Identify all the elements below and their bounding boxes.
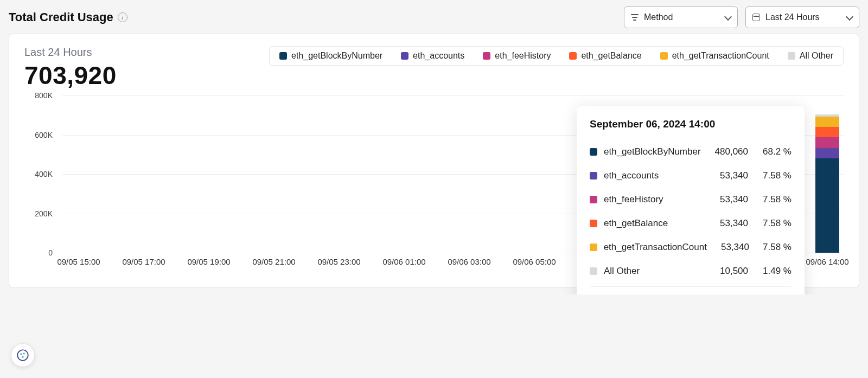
y-tick-label: 800K — [35, 91, 53, 100]
tooltip-series-percent: 7.58 % — [748, 218, 792, 229]
x-tick-label: 09/05 23:00 — [317, 257, 360, 266]
y-tick-label: 200K — [35, 209, 53, 218]
tooltip-series-name: eth_getTransactionCount — [604, 242, 707, 253]
tooltip-series-name: All Other — [604, 266, 705, 277]
bar-segment — [815, 117, 839, 127]
tooltip-swatch — [590, 172, 597, 180]
tooltip-series-percent: 7.58 % — [748, 170, 792, 181]
chevron-down-icon — [724, 12, 732, 20]
chart-area[interactable]: 0200K400K600K800K 09/05 15:0009/05 17:00… — [24, 95, 844, 274]
legend-label: eth_getBlockByNumber — [291, 51, 382, 61]
grid-line — [62, 95, 844, 96]
x-tick-label: 09/06 03:00 — [448, 257, 490, 266]
card-top: Last 24 Hours 703,920 eth_getBlockByNumb… — [24, 46, 844, 90]
chevron-down-icon — [846, 12, 853, 20]
tooltip-row: eth_getBalance53,3407.58 % — [590, 212, 792, 235]
y-tick-label: 600K — [35, 131, 53, 139]
bar-segment — [815, 158, 839, 253]
legend-item[interactable]: eth_feeHistory — [483, 51, 551, 61]
legend-label: All Other — [800, 51, 833, 61]
y-axis: 0200K400K600K800K — [24, 95, 57, 253]
legend-swatch — [401, 52, 409, 60]
page-title: Total Credit Usage — [9, 10, 113, 24]
chart-tooltip: September 06, 2024 14:00 eth_getBlockByN… — [577, 106, 805, 294]
filter-icon — [631, 14, 639, 21]
tooltip-series-value: 480,060 — [705, 146, 748, 157]
legend-swatch — [483, 52, 490, 60]
page-header: Total Credit Usage i Method Last 24 Hour… — [9, 7, 859, 28]
x-tick-label: 09/05 21:00 — [252, 257, 295, 266]
bar-segment — [815, 127, 839, 137]
tooltip-series-value: 53,340 — [705, 194, 748, 205]
calendar-icon — [752, 14, 760, 21]
tooltip-swatch — [590, 267, 597, 275]
x-tick-label: 09/05 19:00 — [187, 257, 230, 266]
tooltip-series-name: eth_feeHistory — [604, 194, 705, 205]
x-tick-label: 09/06 01:00 — [382, 257, 425, 266]
tooltip-series-value: 53,340 — [707, 242, 749, 253]
legend-swatch — [569, 52, 577, 60]
tooltip-row: eth_getTransactionCount53,3407.58 % — [590, 235, 792, 259]
tooltip-series-percent: 7.58 % — [748, 194, 792, 205]
timerange-dropdown[interactable]: Last 24 Hours — [745, 7, 859, 28]
tooltip-title: September 06, 2024 14:00 — [590, 118, 792, 130]
tooltip-row: eth_accounts53,3407.58 % — [590, 164, 792, 188]
legend-item[interactable]: eth_accounts — [401, 51, 464, 61]
legend-swatch — [788, 52, 795, 60]
legend-swatch — [279, 52, 287, 60]
tooltip-total: Total 703,920 Credits — [590, 286, 792, 294]
title-wrap: Total Credit Usage i — [9, 10, 127, 24]
y-tick-label: 400K — [35, 170, 53, 178]
legend-swatch — [660, 52, 668, 60]
timerange-dropdown-label: Last 24 Hours — [765, 12, 820, 22]
tooltip-series-percent: 68.2 % — [748, 146, 792, 157]
tooltip-row: eth_feeHistory53,3407.58 % — [590, 188, 792, 212]
tooltip-swatch — [590, 220, 597, 227]
summary-total: 703,920 — [24, 61, 187, 90]
legend-item[interactable]: eth_getBlockByNumber — [279, 51, 382, 61]
y-tick-label: 0 — [48, 248, 53, 257]
tooltip-row: All Other10,5001.49 % — [590, 259, 792, 283]
tooltip-swatch — [590, 196, 597, 203]
info-icon[interactable]: i — [118, 12, 127, 22]
tooltip-row: eth_getBlockByNumber480,06068.2 % — [590, 140, 792, 164]
legend-item[interactable]: All Other — [788, 51, 833, 61]
legend-label: eth_accounts — [413, 51, 464, 61]
legend-label: eth_getBalance — [581, 51, 641, 61]
x-tick-label: 09/06 14:00 — [806, 257, 848, 266]
tooltip-series-name: eth_getBalance — [604, 218, 705, 229]
tooltip-series-percent: 7.58 % — [749, 242, 792, 253]
legend-label: eth_feeHistory — [495, 51, 551, 61]
chart-legend: eth_getBlockByNumbereth_accountseth_feeH… — [269, 46, 844, 66]
x-tick-label: 09/05 15:00 — [57, 257, 100, 266]
summary-subtitle: Last 24 Hours — [24, 46, 187, 59]
bar-segment — [815, 148, 839, 158]
legend-item[interactable]: eth_getTransactionCount — [660, 51, 769, 61]
tooltip-series-percent: 1.49 % — [748, 266, 792, 277]
x-tick-label: 09/06 05:00 — [513, 257, 556, 266]
summary-block: Last 24 Hours 703,920 — [24, 46, 187, 90]
method-dropdown-label: Method — [644, 12, 673, 22]
header-controls: Method Last 24 Hours — [624, 7, 859, 28]
tooltip-series-value: 53,340 — [705, 218, 748, 229]
legend-label: eth_getTransactionCount — [672, 51, 769, 61]
tooltip-swatch — [590, 148, 597, 156]
bar-segment — [815, 137, 839, 148]
tooltip-series-value: 10,500 — [705, 266, 748, 277]
tooltip-series-name: eth_getBlockByNumber — [604, 146, 705, 157]
tooltip-series-value: 53,340 — [705, 170, 748, 181]
bar-stack[interactable] — [815, 114, 839, 253]
legend-item[interactable]: eth_getBalance — [569, 51, 641, 61]
usage-card: Last 24 Hours 703,920 eth_getBlockByNumb… — [9, 34, 859, 288]
tooltip-swatch — [590, 244, 597, 251]
x-tick-label: 09/05 17:00 — [122, 257, 165, 266]
tooltip-series-name: eth_accounts — [604, 170, 705, 181]
method-dropdown[interactable]: Method — [624, 7, 738, 28]
